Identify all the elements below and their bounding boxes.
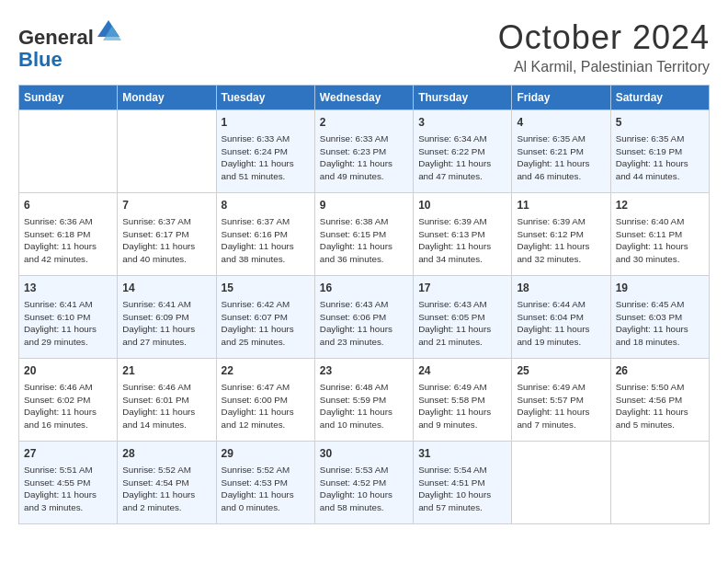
calendar-cell: 2Sunrise: 6:33 AM Sunset: 6:23 PM Daylig…	[314, 110, 413, 193]
calendar-cell: 23Sunrise: 6:48 AM Sunset: 5:59 PM Dayli…	[314, 359, 413, 442]
day-number: 24	[418, 363, 506, 379]
day-number: 1	[222, 115, 310, 131]
header-day-saturday: Saturday	[610, 86, 709, 110]
calendar-cell: 30Sunrise: 5:53 AM Sunset: 4:52 PM Dayli…	[314, 442, 413, 524]
calendar-cell: 20Sunrise: 6:46 AM Sunset: 6:02 PM Dayli…	[19, 359, 118, 442]
calendar-cell: 22Sunrise: 6:47 AM Sunset: 6:00 PM Dayli…	[216, 359, 314, 442]
day-number: 4	[517, 115, 605, 131]
calendar-cell: 21Sunrise: 6:46 AM Sunset: 6:01 PM Dayli…	[118, 359, 216, 442]
cell-info: Sunrise: 5:52 AM Sunset: 4:53 PM Dayligh…	[222, 464, 310, 514]
calendar-cell: 13Sunrise: 6:41 AM Sunset: 6:10 PM Dayli…	[19, 276, 118, 359]
calendar-cell: 25Sunrise: 6:49 AM Sunset: 5:57 PM Dayli…	[512, 359, 610, 442]
cell-info: Sunrise: 6:33 AM Sunset: 6:23 PM Dayligh…	[320, 132, 408, 183]
cell-info: Sunrise: 6:39 AM Sunset: 6:13 PM Dayligh…	[418, 215, 506, 266]
calendar-cell	[512, 442, 610, 524]
cell-info: Sunrise: 6:46 AM Sunset: 6:01 PM Dayligh…	[122, 381, 210, 431]
cell-info: Sunrise: 5:54 AM Sunset: 4:51 PM Dayligh…	[418, 464, 506, 514]
cell-info: Sunrise: 5:50 AM Sunset: 4:56 PM Dayligh…	[616, 381, 704, 431]
cell-info: Sunrise: 6:49 AM Sunset: 5:57 PM Dayligh…	[517, 381, 605, 431]
calendar-cell: 18Sunrise: 6:44 AM Sunset: 6:04 PM Dayli…	[512, 276, 610, 359]
calendar-cell: 19Sunrise: 6:45 AM Sunset: 6:03 PM Dayli…	[610, 276, 709, 359]
cell-info: Sunrise: 6:35 AM Sunset: 6:21 PM Dayligh…	[517, 132, 605, 183]
cell-info: Sunrise: 6:34 AM Sunset: 6:22 PM Dayligh…	[418, 132, 506, 183]
calendar-cell: 31Sunrise: 5:54 AM Sunset: 4:51 PM Dayli…	[414, 442, 512, 524]
calendar-cell: 11Sunrise: 6:39 AM Sunset: 6:12 PM Dayli…	[512, 193, 610, 276]
calendar-cell: 17Sunrise: 6:43 AM Sunset: 6:05 PM Dayli…	[414, 276, 512, 359]
cell-info: Sunrise: 6:41 AM Sunset: 6:09 PM Dayligh…	[122, 298, 210, 349]
cell-info: Sunrise: 6:49 AM Sunset: 5:58 PM Dayligh…	[418, 381, 506, 431]
calendar-week-row: 6Sunrise: 6:36 AM Sunset: 6:18 PM Daylig…	[19, 193, 710, 276]
cell-info: Sunrise: 6:37 AM Sunset: 6:17 PM Dayligh…	[122, 215, 210, 266]
calendar-cell: 12Sunrise: 6:40 AM Sunset: 6:11 PM Dayli…	[610, 193, 709, 276]
calendar-cell	[19, 110, 118, 193]
day-number: 23	[320, 363, 408, 379]
calendar-week-row: 13Sunrise: 6:41 AM Sunset: 6:10 PM Dayli…	[19, 276, 710, 359]
cell-info: Sunrise: 6:43 AM Sunset: 6:06 PM Dayligh…	[320, 298, 408, 349]
cell-info: Sunrise: 6:35 AM Sunset: 6:19 PM Dayligh…	[616, 132, 704, 183]
day-number: 13	[24, 281, 112, 296]
cell-info: Sunrise: 6:48 AM Sunset: 5:59 PM Dayligh…	[320, 381, 408, 431]
day-number: 25	[517, 363, 605, 379]
cell-info: Sunrise: 6:45 AM Sunset: 6:03 PM Dayligh…	[616, 298, 704, 349]
day-number: 22	[222, 363, 310, 379]
day-number: 31	[418, 446, 506, 462]
day-number: 26	[616, 363, 704, 379]
calendar-week-row: 1Sunrise: 6:33 AM Sunset: 6:24 PM Daylig…	[19, 110, 710, 193]
calendar-cell: 16Sunrise: 6:43 AM Sunset: 6:06 PM Dayli…	[314, 276, 413, 359]
cell-info: Sunrise: 6:46 AM Sunset: 6:02 PM Dayligh…	[24, 381, 112, 431]
calendar-cell: 9Sunrise: 6:38 AM Sunset: 6:15 PM Daylig…	[314, 193, 413, 276]
header-day-sunday: Sunday	[19, 86, 118, 110]
calendar-cell: 5Sunrise: 6:35 AM Sunset: 6:19 PM Daylig…	[610, 110, 709, 193]
day-number: 11	[517, 198, 605, 213]
day-number: 28	[122, 446, 210, 462]
location: Al Karmil, Palestinian Territory	[498, 59, 710, 75]
calendar-cell: 14Sunrise: 6:41 AM Sunset: 6:09 PM Dayli…	[118, 276, 216, 359]
logo: General Blue	[18, 18, 121, 71]
day-number: 18	[517, 281, 605, 296]
day-number: 9	[320, 198, 408, 213]
logo-general: General	[18, 26, 94, 49]
cell-info: Sunrise: 6:41 AM Sunset: 6:10 PM Dayligh…	[24, 298, 112, 349]
calendar-cell: 10Sunrise: 6:39 AM Sunset: 6:13 PM Dayli…	[414, 193, 512, 276]
day-number: 6	[24, 198, 112, 213]
calendar-cell	[610, 442, 709, 524]
calendar-week-row: 27Sunrise: 5:51 AM Sunset: 4:55 PM Dayli…	[19, 442, 710, 524]
cell-info: Sunrise: 5:51 AM Sunset: 4:55 PM Dayligh…	[24, 464, 112, 514]
cell-info: Sunrise: 6:44 AM Sunset: 6:04 PM Dayligh…	[517, 298, 605, 349]
day-number: 10	[418, 198, 506, 213]
day-number: 30	[320, 446, 408, 462]
calendar-header-row: SundayMondayTuesdayWednesdayThursdayFrid…	[19, 86, 710, 110]
day-number: 15	[222, 281, 310, 296]
header-day-monday: Monday	[118, 86, 216, 110]
logo-blue: Blue	[18, 48, 63, 71]
calendar-cell	[118, 110, 216, 193]
cell-info: Sunrise: 6:37 AM Sunset: 6:16 PM Dayligh…	[222, 215, 310, 266]
cell-info: Sunrise: 6:42 AM Sunset: 6:07 PM Dayligh…	[222, 298, 310, 349]
day-number: 5	[616, 115, 704, 131]
calendar-cell: 15Sunrise: 6:42 AM Sunset: 6:07 PM Dayli…	[216, 276, 314, 359]
day-number: 14	[122, 281, 210, 296]
day-number: 3	[418, 115, 506, 131]
header-day-thursday: Thursday	[414, 86, 512, 110]
day-number: 16	[320, 281, 408, 296]
calendar-cell: 29Sunrise: 5:52 AM Sunset: 4:53 PM Dayli…	[216, 442, 314, 524]
day-number: 20	[24, 363, 112, 379]
day-number: 2	[320, 115, 408, 131]
header-day-tuesday: Tuesday	[216, 86, 314, 110]
calendar-cell: 24Sunrise: 6:49 AM Sunset: 5:58 PM Dayli…	[414, 359, 512, 442]
day-number: 21	[122, 363, 210, 379]
calendar-cell: 7Sunrise: 6:37 AM Sunset: 6:17 PM Daylig…	[118, 193, 216, 276]
calendar-cell: 28Sunrise: 5:52 AM Sunset: 4:54 PM Dayli…	[118, 442, 216, 524]
title-block: October 2024 Al Karmil, Palestinian Terr…	[498, 18, 710, 75]
calendar-cell: 3Sunrise: 6:34 AM Sunset: 6:22 PM Daylig…	[414, 110, 512, 193]
calendar-cell: 27Sunrise: 5:51 AM Sunset: 4:55 PM Dayli…	[19, 442, 118, 524]
cell-info: Sunrise: 6:33 AM Sunset: 6:24 PM Dayligh…	[222, 132, 310, 183]
day-number: 27	[24, 446, 112, 462]
cell-info: Sunrise: 5:52 AM Sunset: 4:54 PM Dayligh…	[122, 464, 210, 514]
day-number: 17	[418, 281, 506, 296]
day-number: 7	[122, 198, 210, 213]
logo-icon	[96, 18, 121, 44]
cell-info: Sunrise: 5:53 AM Sunset: 4:52 PM Dayligh…	[320, 464, 408, 514]
calendar-cell: 6Sunrise: 6:36 AM Sunset: 6:18 PM Daylig…	[19, 193, 118, 276]
cell-info: Sunrise: 6:40 AM Sunset: 6:11 PM Dayligh…	[616, 215, 704, 266]
